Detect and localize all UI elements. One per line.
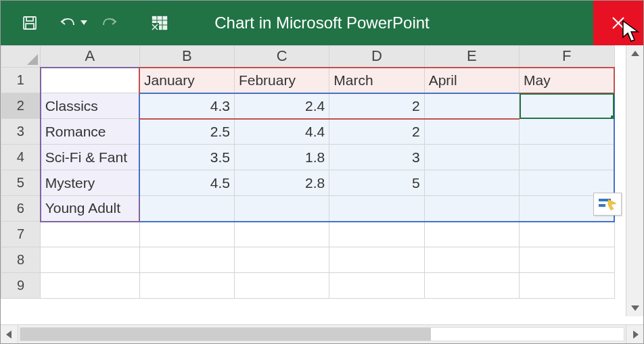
- col-header-F[interactable]: F: [520, 46, 614, 68]
- cell-A3[interactable]: Romance: [41, 119, 139, 145]
- cell-B8[interactable]: [139, 247, 234, 273]
- cell-C9[interactable]: [234, 273, 329, 299]
- cell-D2[interactable]: 2: [329, 93, 424, 119]
- cell-F2[interactable]: [520, 93, 614, 119]
- cell-B5[interactable]: 4.5: [139, 170, 234, 196]
- cell-C7[interactable]: [234, 222, 329, 247]
- cell-F3[interactable]: [520, 119, 614, 145]
- scroll-up-icon[interactable]: [626, 45, 643, 63]
- cell-B7[interactable]: [139, 222, 234, 247]
- svg-marker-15: [6, 330, 12, 339]
- cell-E4[interactable]: [424, 145, 519, 170]
- column-header-row[interactable]: A B C D E F: [1, 46, 615, 68]
- svg-rect-2: [26, 24, 34, 29]
- datasheet-icon[interactable]: [150, 13, 170, 33]
- cell-D5[interactable]: 5: [329, 170, 424, 196]
- cell-C5[interactable]: 2.8: [234, 170, 329, 196]
- row-header-9[interactable]: 9: [1, 273, 41, 299]
- row-header-7[interactable]: 7: [1, 222, 41, 247]
- cell-B3[interactable]: 2.5: [139, 119, 234, 145]
- spreadsheet-grid[interactable]: A B C D E F 1 January February March Apr…: [1, 45, 615, 299]
- table-row: 2 Classics 4.3 2.4 2: [1, 93, 615, 119]
- cell-E9[interactable]: [424, 273, 519, 299]
- row-header-5[interactable]: 5: [1, 170, 41, 196]
- cell-E5[interactable]: [424, 170, 519, 196]
- cell-E2[interactable]: [424, 93, 519, 119]
- row-header-8[interactable]: 8: [1, 247, 41, 273]
- horizontal-scrollbar[interactable]: [1, 324, 643, 343]
- cell-F5[interactable]: [520, 170, 614, 196]
- cell-D1[interactable]: March: [329, 68, 424, 93]
- cell-F8[interactable]: [520, 247, 614, 273]
- cell-F4[interactable]: [520, 145, 614, 170]
- cell-D4[interactable]: 3: [329, 145, 424, 170]
- cell-F7[interactable]: [520, 222, 614, 247]
- cell-B2[interactable]: 4.3: [139, 93, 234, 119]
- redo-icon[interactable]: [99, 13, 120, 33]
- row-header-1[interactable]: 1: [1, 68, 41, 93]
- cell-D8[interactable]: [329, 247, 424, 273]
- hscroll-thumb[interactable]: [20, 328, 431, 341]
- cell-F9[interactable]: [520, 273, 614, 299]
- scroll-right-icon[interactable]: [626, 325, 643, 343]
- cell-C4[interactable]: 1.8: [234, 145, 329, 170]
- cell-A9[interactable]: [41, 273, 139, 299]
- cell-D9[interactable]: [329, 273, 424, 299]
- svg-rect-1: [26, 17, 33, 21]
- cell-F1[interactable]: May: [520, 68, 614, 93]
- cell-B6[interactable]: [139, 196, 234, 222]
- worksheet-area: A B C D E F 1 January February March Apr…: [1, 45, 643, 343]
- cell-C2[interactable]: 2.4: [234, 93, 329, 119]
- row-header-6[interactable]: 6: [1, 196, 41, 222]
- undo-dropdown-icon[interactable]: [79, 13, 89, 33]
- cell-B1[interactable]: January: [139, 68, 234, 93]
- svg-marker-18: [631, 305, 639, 311]
- row-header-4[interactable]: 4: [1, 145, 41, 170]
- table-row: 3 Romance 2.5 4.4 2: [1, 119, 615, 145]
- row-header-3[interactable]: 3: [1, 119, 41, 145]
- cell-A1[interactable]: [41, 68, 139, 93]
- cell-A4[interactable]: Sci-Fi & Fant: [41, 145, 139, 170]
- table-row: 4 Sci-Fi & Fant 3.5 1.8 3: [1, 145, 615, 170]
- scroll-down-icon[interactable]: [626, 299, 643, 316]
- col-header-E[interactable]: E: [424, 46, 519, 68]
- cell-A2[interactable]: Classics: [41, 93, 139, 119]
- hscroll-track[interactable]: [20, 327, 624, 341]
- cell-D3[interactable]: 2: [329, 119, 424, 145]
- vertical-scrollbar[interactable]: [626, 45, 643, 316]
- scroll-left-icon[interactable]: [1, 325, 18, 343]
- cell-A7[interactable]: [41, 222, 139, 247]
- cell-A5[interactable]: Mystery: [41, 170, 139, 196]
- cell-D6[interactable]: [329, 196, 424, 222]
- row-header-2[interactable]: 2: [1, 93, 41, 119]
- autofill-options-icon[interactable]: [593, 193, 622, 216]
- cell-E6[interactable]: [424, 196, 519, 222]
- cell-E3[interactable]: [424, 119, 519, 145]
- cell-A6[interactable]: Young Adult: [41, 196, 139, 222]
- quick-access-toolbar: [1, 13, 170, 33]
- cell-E7[interactable]: [424, 222, 519, 247]
- undo-icon[interactable]: [58, 13, 78, 33]
- table-row: 9: [1, 273, 615, 299]
- cell-A8[interactable]: [41, 247, 139, 273]
- cell-C6[interactable]: [234, 196, 329, 222]
- save-icon[interactable]: [20, 13, 40, 33]
- cell-B9[interactable]: [139, 273, 234, 299]
- cell-E8[interactable]: [424, 247, 519, 273]
- title-bar: Chart in Microsoft PowerPoint: [1, 1, 643, 45]
- col-header-B[interactable]: B: [139, 46, 234, 68]
- cell-B4[interactable]: 3.5: [139, 145, 234, 170]
- cell-E1[interactable]: April: [424, 68, 519, 93]
- col-header-D[interactable]: D: [329, 46, 424, 68]
- svg-marker-16: [633, 330, 639, 339]
- col-header-C[interactable]: C: [234, 46, 329, 68]
- select-all-corner[interactable]: [1, 46, 41, 68]
- cell-C3[interactable]: 4.4: [234, 119, 329, 145]
- col-header-A[interactable]: A: [41, 46, 139, 68]
- table-row: 8: [1, 247, 615, 273]
- cell-D7[interactable]: [329, 222, 424, 247]
- cell-C1[interactable]: February: [234, 68, 329, 93]
- svg-marker-17: [631, 51, 639, 56]
- cell-C8[interactable]: [234, 247, 329, 273]
- table-row: 7: [1, 222, 615, 247]
